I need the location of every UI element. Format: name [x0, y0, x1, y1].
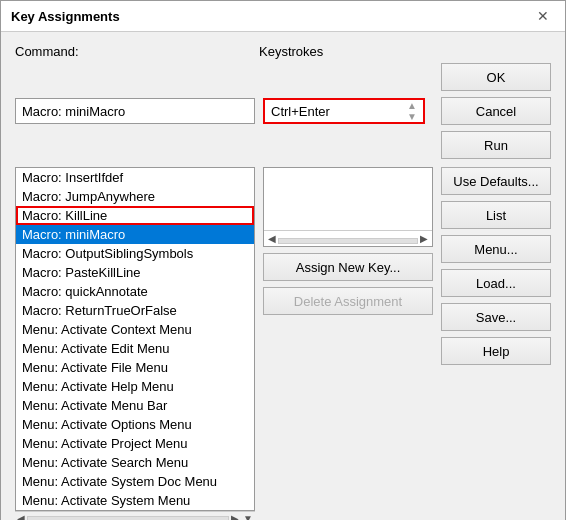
top-inputs-row: Ctrl+Enter ▲▼ OK Cancel Run: [15, 63, 551, 159]
keystrokes-list-scrollbar[interactable]: ◀ ▶: [264, 230, 432, 246]
keystrokes-label: Keystrokes: [255, 44, 551, 59]
ok-button[interactable]: OK: [441, 63, 551, 91]
list-item[interactable]: Macro: InsertIfdef: [16, 168, 254, 187]
menu-button[interactable]: Menu...: [441, 235, 551, 263]
scroll-right-icon[interactable]: ▶: [231, 513, 239, 520]
ks-scroll-right-icon[interactable]: ▶: [420, 233, 428, 244]
keystrokes-box: Ctrl+Enter ▲▼: [263, 98, 425, 124]
commands-list[interactable]: Macro: InsertIfdefMacro: JumpAnywhereMac…: [15, 167, 255, 511]
keystrokes-box-inner: Ctrl+Enter ▲▼: [271, 100, 417, 122]
right-buttons-top: OK Cancel Run: [441, 63, 551, 159]
delete-assignment-button[interactable]: Delete Assignment: [263, 287, 433, 315]
dialog-title: Key Assignments: [11, 9, 120, 24]
keystroke-list-entry: [264, 168, 432, 174]
list-item[interactable]: Menu: Activate Search Menu: [16, 453, 254, 472]
ks-scroll-track: [278, 238, 418, 244]
scroll-track: [27, 516, 229, 521]
list-item[interactable]: Menu: Activate Edit Menu: [16, 339, 254, 358]
list-item[interactable]: Menu: Activate Project Menu: [16, 434, 254, 453]
title-bar: Key Assignments ✕: [1, 1, 565, 32]
ks-scroll-left-icon[interactable]: ◀: [268, 233, 276, 244]
list-item[interactable]: Menu: Activate Options Menu: [16, 415, 254, 434]
keystroke-value: Ctrl+Enter: [271, 104, 330, 119]
list-item[interactable]: Menu: Activate Menu Bar: [16, 396, 254, 415]
content-row: Macro: InsertIfdefMacro: JumpAnywhereMac…: [15, 167, 551, 520]
cancel-button[interactable]: Cancel: [441, 97, 551, 125]
use-defaults-button[interactable]: Use Defaults...: [441, 167, 551, 195]
load-button[interactable]: Load...: [441, 269, 551, 297]
list-item[interactable]: Macro: ReturnTrueOrFalse: [16, 301, 254, 320]
list-item[interactable]: Macro: JumpAnywhere: [16, 187, 254, 206]
list-horizontal-scrollbar[interactable]: ◀ ▶ ▼: [15, 511, 255, 520]
list-item[interactable]: Macro: PasteKillLine: [16, 263, 254, 282]
list-button[interactable]: List: [441, 201, 551, 229]
list-item[interactable]: Menu: Activate System Doc Menu: [16, 472, 254, 491]
right-buttons-main: Use Defaults... List Menu... Load... Sav…: [441, 167, 551, 520]
right-panel: ◀ ▶ Assign New Key... Delete Assignment: [263, 167, 433, 520]
keystroke-scroll-arrows: ▲▼: [407, 100, 417, 122]
list-item[interactable]: Menu: Activate Help Menu: [16, 377, 254, 396]
left-panel: Macro: InsertIfdefMacro: JumpAnywhereMac…: [15, 167, 255, 520]
scroll-down-icon[interactable]: ▼: [243, 513, 253, 520]
command-input[interactable]: [15, 98, 255, 124]
middle-buttons: Assign New Key... Delete Assignment: [263, 253, 433, 315]
list-item[interactable]: Macro: miniMacro: [16, 225, 254, 244]
list-item[interactable]: Menu: Activate Context Menu: [16, 320, 254, 339]
dialog-body: Command: Keystrokes Ctrl+Enter ▲▼ OK Can…: [1, 32, 565, 520]
keystrokes-list-area: ◀ ▶: [263, 167, 433, 247]
key-assignments-dialog: Key Assignments ✕ Command: Keystrokes Ct…: [0, 0, 566, 520]
list-item[interactable]: Macro: OutputSiblingSymbols: [16, 244, 254, 263]
left-right-wrapper: Macro: InsertIfdefMacro: JumpAnywhereMac…: [15, 167, 433, 520]
row-labels: Command: Keystrokes: [15, 44, 551, 59]
help-button[interactable]: Help: [441, 337, 551, 365]
close-button[interactable]: ✕: [531, 7, 555, 25]
run-button[interactable]: Run: [441, 131, 551, 159]
list-item[interactable]: Menu: Activate File Menu: [16, 358, 254, 377]
keystrokes-area: Ctrl+Enter ▲▼: [263, 98, 425, 124]
assign-new-key-button[interactable]: Assign New Key...: [263, 253, 433, 281]
save-button[interactable]: Save...: [441, 303, 551, 331]
list-item[interactable]: Macro: KillLine: [16, 206, 254, 225]
list-item[interactable]: Menu: Activate System Menu: [16, 491, 254, 510]
command-label: Command:: [15, 44, 255, 59]
list-item[interactable]: Macro: quickAnnotate: [16, 282, 254, 301]
scroll-left-icon[interactable]: ◀: [17, 513, 25, 520]
